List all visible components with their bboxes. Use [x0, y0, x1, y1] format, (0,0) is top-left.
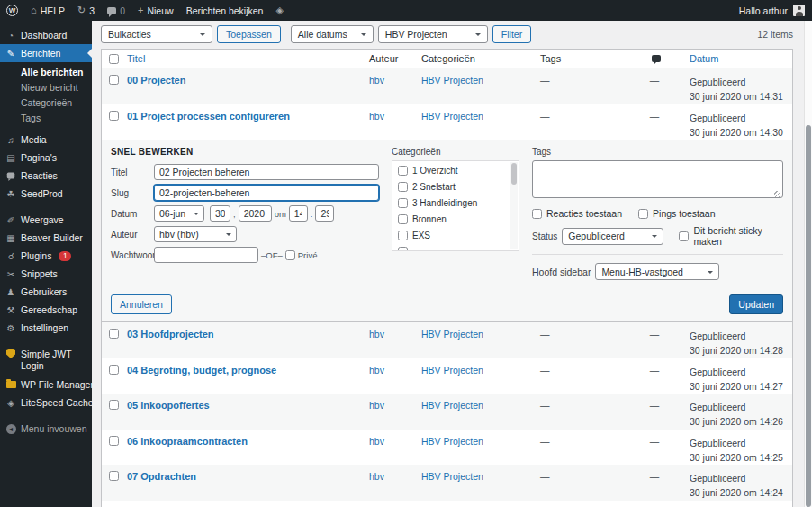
- submenu-all-posts[interactable]: Alle berichten: [0, 64, 92, 79]
- account-greeting[interactable]: Hallo arthur: [739, 5, 788, 16]
- hour-field[interactable]: [289, 205, 308, 222]
- category-checkbox[interactable]: [398, 182, 408, 192]
- date-filter-select[interactable]: Alle datums: [291, 25, 374, 43]
- update-button[interactable]: Updaten: [729, 294, 783, 314]
- sidebar-item-users[interactable]: ♟ Gebruikers: [0, 283, 92, 301]
- apply-button[interactable]: Toepassen: [217, 25, 281, 43]
- sidebar-item-tools[interactable]: ⚒ Gereedschap: [0, 301, 92, 319]
- admin-sidebar: ◔ Dashboard ✎ Berichten Alle berichten N…: [0, 21, 92, 507]
- sidebar-item-beaver-builder[interactable]: ▦ Beaver Builder: [0, 229, 92, 247]
- comments-cell: —: [637, 111, 690, 122]
- sidebar-item-media[interactable]: ♫ Media: [0, 131, 92, 149]
- category-checkbox[interactable]: [398, 231, 408, 240]
- sidebar-item-plugins[interactable]: ☌ Plugins 1: [0, 247, 92, 265]
- select-all-checkbox[interactable]: [109, 54, 119, 64]
- sticky-checkbox[interactable]: [679, 231, 689, 241]
- author-link[interactable]: hbv: [369, 75, 421, 86]
- row-checkbox[interactable]: [109, 111, 119, 121]
- author-link[interactable]: hbv: [369, 111, 421, 122]
- author-select[interactable]: hbv (hbv): [154, 226, 237, 242]
- title-field[interactable]: [154, 164, 379, 180]
- table-row: 01 Project processen configureren hbv HB…: [102, 104, 792, 140]
- category-checkbox[interactable]: [398, 198, 408, 208]
- view-posts-link[interactable]: Berichten bekijken: [180, 0, 270, 21]
- comments-cell: —: [637, 365, 690, 376]
- category-link[interactable]: HBV Projecten: [421, 329, 540, 340]
- wordpress-menu[interactable]: W: [0, 0, 24, 21]
- minute-field[interactable]: [315, 205, 334, 222]
- page-scrollbar[interactable]: [804, 21, 812, 507]
- filter-button[interactable]: Filter: [492, 25, 531, 43]
- post-title-link[interactable]: 07 Opdrachten: [127, 471, 369, 482]
- password-field[interactable]: [154, 247, 258, 263]
- author-link[interactable]: hbv: [369, 400, 421, 411]
- category-link[interactable]: HBV Projecten: [421, 400, 540, 411]
- category-checkbox[interactable]: [398, 247, 408, 251]
- day-field[interactable]: [210, 205, 230, 222]
- submenu-categories[interactable]: Categorieën: [0, 95, 92, 110]
- year-field[interactable]: [239, 205, 272, 222]
- month-select[interactable]: 06-jun: [154, 205, 204, 222]
- row-checkbox[interactable]: [109, 75, 119, 85]
- private-checkbox[interactable]: [285, 250, 295, 260]
- column-header-date[interactable]: Datum: [690, 53, 792, 64]
- avatar[interactable]: [793, 5, 805, 16]
- list-filter-bar: Bulkacties Toepassen Alle datums HBV Pro…: [101, 25, 793, 43]
- post-title-link[interactable]: 03 Hoofdprojecten: [127, 329, 369, 340]
- sidebar-item-litespeed-cache[interactable]: ◈ LiteSpeed Cache: [0, 394, 92, 412]
- updates-menu[interactable]: ↻ 3: [71, 0, 101, 21]
- litespeed-menu[interactable]: ◈: [269, 0, 289, 21]
- submenu-tags[interactable]: Tags: [0, 110, 92, 125]
- author-link[interactable]: hbv: [369, 471, 421, 482]
- allow-comments-checkbox[interactable]: [532, 209, 542, 219]
- author-link[interactable]: hbv: [369, 365, 421, 376]
- row-checkbox[interactable]: [109, 436, 119, 446]
- sidebar-item-comments[interactable]: Reacties: [0, 167, 92, 185]
- tags-textarea[interactable]: [532, 160, 783, 198]
- new-content-menu[interactable]: + Nieuw: [131, 0, 180, 21]
- sidebar-item-simple-jwt-login[interactable]: Simple JWT Login: [0, 345, 92, 376]
- author-link[interactable]: hbv: [369, 329, 421, 340]
- post-title-link[interactable]: 01 Project processen configureren: [127, 111, 369, 122]
- category-link[interactable]: HBV Projecten: [421, 436, 540, 447]
- category-link[interactable]: HBV Projecten: [421, 471, 540, 482]
- post-title-link[interactable]: 04 Begroting, budget, prognose: [127, 365, 369, 376]
- slug-field[interactable]: [154, 185, 379, 201]
- collapse-menu-button[interactable]: ◂ Menu invouwen: [0, 420, 92, 438]
- sidebar-item-wp-file-manager[interactable]: WP File Manager: [0, 376, 92, 394]
- post-title-link[interactable]: 05 inkoopoffertes: [127, 400, 369, 411]
- row-checkbox[interactable]: [109, 365, 119, 375]
- sidebar-item-posts[interactable]: ✎ Berichten: [0, 44, 92, 62]
- column-header-title[interactable]: Titel: [127, 53, 369, 64]
- cancel-button[interactable]: Annuleren: [111, 294, 172, 314]
- sidebar-item-pages[interactable]: ▤ Pagina's: [0, 149, 92, 167]
- author-link[interactable]: hbv: [369, 436, 421, 447]
- category-link[interactable]: HBV Projecten: [421, 111, 540, 122]
- sidebar-item-appearance[interactable]: ✐ Weergave: [0, 211, 92, 229]
- bulk-actions-select[interactable]: Bulkacties: [101, 25, 212, 43]
- users-icon: ♟: [5, 287, 16, 297]
- category-filter-select[interactable]: HBV Projecten: [378, 25, 488, 43]
- categories-scrollbar[interactable]: [510, 162, 518, 249]
- row-checkbox[interactable]: [109, 329, 119, 339]
- comments-menu[interactable]: 0: [101, 0, 131, 21]
- main-sidebar-select[interactable]: Menu-HB-vastgoed: [595, 263, 719, 280]
- submenu-new-post[interactable]: Nieuw bericht: [0, 79, 92, 95]
- row-checkbox[interactable]: [109, 471, 119, 481]
- sidebar-item-dashboard[interactable]: ◔ Dashboard: [0, 26, 92, 44]
- title-field-label: Titel: [111, 167, 154, 177]
- site-menu[interactable]: ⌂ HELP: [24, 0, 71, 21]
- allow-pings-checkbox[interactable]: [638, 209, 648, 219]
- post-title-link[interactable]: 06 inkoopraamcontracten: [127, 436, 369, 447]
- category-checkbox[interactable]: [398, 166, 408, 176]
- post-title-link[interactable]: 00 Projecten: [127, 75, 369, 86]
- scrollbar-thumb[interactable]: [806, 125, 811, 507]
- category-checkbox[interactable]: [398, 214, 408, 224]
- category-link[interactable]: HBV Projecten: [421, 75, 540, 86]
- sidebar-item-seedprod[interactable]: ☘ SeedProd: [0, 185, 92, 203]
- category-link[interactable]: HBV Projecten: [421, 365, 540, 376]
- sidebar-item-settings[interactable]: ⚙ Instellingen: [0, 319, 92, 337]
- sidebar-item-snippets[interactable]: ✂ Snippets: [0, 265, 92, 283]
- row-checkbox[interactable]: [109, 400, 119, 410]
- status-select[interactable]: Gepubliceerd: [562, 228, 663, 245]
